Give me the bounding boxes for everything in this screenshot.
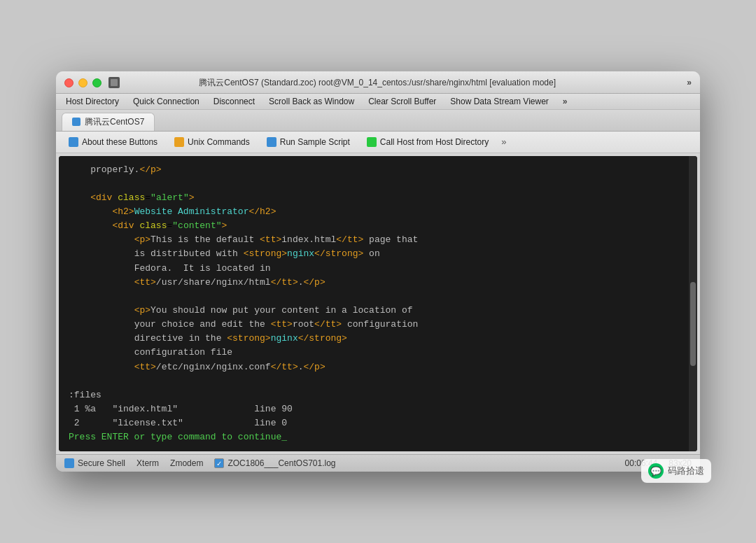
terminal-line: <div class="alert"> (69, 191, 679, 205)
terminal-line (69, 374, 679, 388)
terminal-line: directive in the <strong>nginx</strong> (69, 332, 679, 346)
terminal-line: <h2>Website Administrator</h2> (69, 205, 679, 219)
run-sample-label: Run Sample Script (280, 137, 350, 147)
menu-clear-scroll[interactable]: Clear Scroll Buffer (367, 96, 438, 107)
window-title: 腾讯云CentOS7 (Standard.zoc) root@VM_0_14_c… (68, 77, 687, 89)
log-checkbox[interactable]: ✓ (214, 458, 224, 468)
menu-scroll-back[interactable]: Scroll Back as Window (267, 96, 356, 107)
terminal-press-enter-line: Press ENTER or type command to continue_ (69, 430, 679, 444)
app-window: 腾讯云CentOS7 (Standard.zoc) root@VM_0_14_c… (56, 71, 700, 472)
toolbar-more-button[interactable]: » (501, 136, 506, 147)
terminal-line: <tt>/usr/share/nginx/html</tt>.</p> (69, 276, 679, 290)
zmodem-label: Zmodem (170, 458, 203, 468)
status-secure-shell: Secure Shell (64, 458, 125, 468)
outer-container: 腾讯云CentOS7 (Standard.zoc) root@VM_0_14_c… (35, 50, 721, 493)
watermark-text: 码路拾遗 (668, 465, 704, 477)
terminal-line: 2 "license.txt" line 0 (69, 416, 679, 430)
titlebar-more-button[interactable]: » (687, 78, 692, 87)
log-file-label: ZOC1806___CentOS701.log (227, 458, 335, 468)
terminal-line: <div class="content"> (69, 219, 679, 233)
toolbar: About these Buttons Unix Commands Run Sa… (56, 132, 700, 153)
menu-host-directory[interactable]: Host Directory (64, 96, 120, 107)
unix-commands-icon (174, 137, 184, 147)
status-xterm: Xterm (136, 458, 159, 468)
terminal-line: your choice and edit the <tt>root</tt> c… (69, 318, 679, 332)
unix-commands-btn[interactable]: Unix Commands (167, 134, 257, 150)
terminal-line: <p>This is the default <tt>index.html</t… (69, 233, 679, 247)
terminal-line (69, 290, 679, 304)
secure-shell-label: Secure Shell (78, 458, 125, 468)
unix-commands-label: Unix Commands (188, 137, 250, 147)
terminal-line (69, 177, 679, 191)
status-log: ✓ ZOC1806___CentOS701.log (214, 458, 335, 468)
terminal-line: Fedora. It is located in (69, 262, 679, 276)
run-sample-script-btn[interactable]: Run Sample Script (260, 134, 357, 150)
xterm-label: Xterm (136, 458, 159, 468)
about-buttons-label: About these Buttons (82, 137, 158, 147)
scrollbar[interactable] (689, 156, 697, 452)
terminal-line: configuration file (69, 346, 679, 360)
menu-data-stream[interactable]: Show Data Stream Viewer (449, 96, 550, 107)
wechat-icon: 💬 (648, 463, 664, 479)
menu-quick-connection[interactable]: Quick Connection (132, 96, 201, 107)
call-host-btn[interactable]: Call Host from Host Directory (360, 134, 496, 150)
status-bar: Secure Shell Xterm Zmodem ✓ ZOC1806___Ce… (56, 454, 700, 472)
menu-more-button[interactable]: » (561, 96, 569, 107)
menu-bar: Host Directory Quick Connection Disconne… (56, 94, 700, 110)
tab-icon (72, 118, 80, 126)
menu-disconnect[interactable]: Disconnect (212, 96, 256, 107)
watermark: 💬 码路拾遗 (641, 459, 711, 483)
secure-shell-icon (64, 458, 74, 468)
terminal-line: :files (69, 388, 679, 402)
about-buttons-btn[interactable]: About these Buttons (62, 134, 164, 150)
terminal-line: 1 %a "index.html" line 90 (69, 402, 679, 416)
tab-bar: 腾讯云CentOS7 (56, 110, 700, 132)
call-host-label: Call Host from Host Directory (380, 137, 489, 147)
terminal[interactable]: properly.</p> <div class="alert"> <h2>We… (59, 156, 689, 452)
scrollbar-thumb[interactable] (690, 282, 696, 366)
terminal-line: properly.</p> (69, 163, 679, 177)
terminal-line: <p>You should now put your content in a … (69, 304, 679, 318)
title-bar: 腾讯云CentOS7 (Standard.zoc) root@VM_0_14_c… (56, 71, 700, 94)
tab-label: 腾讯云CentOS7 (85, 116, 144, 128)
call-host-icon (367, 137, 377, 147)
run-sample-icon (267, 137, 276, 147)
about-buttons-icon (69, 137, 78, 147)
status-zmodem: Zmodem (170, 458, 203, 468)
tab-centos7[interactable]: 腾讯云CentOS7 (62, 113, 155, 131)
terminal-line: is distributed with <strong>nginx</stron… (69, 247, 679, 261)
terminal-line: <tt>/etc/nginx/nginx.conf</tt>.</p> (69, 360, 679, 374)
terminal-wrapper: properly.</p> <div class="alert"> <h2>We… (59, 156, 697, 452)
